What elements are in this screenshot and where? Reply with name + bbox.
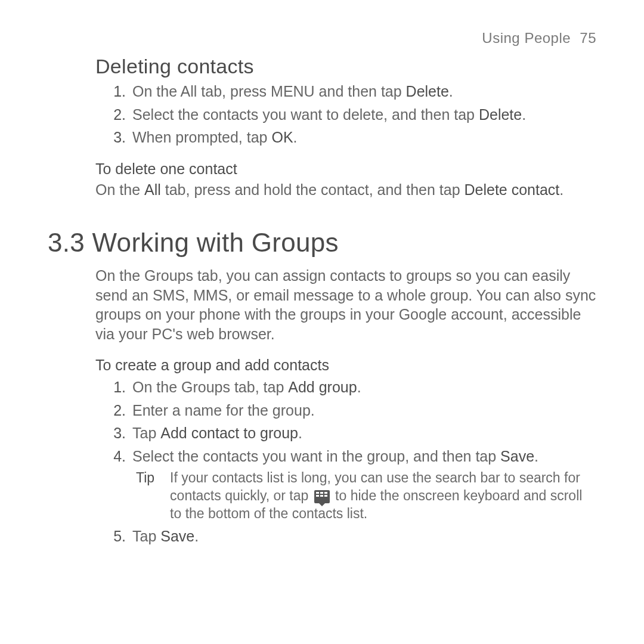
list-item: On the Groups tab, tap Add group. <box>130 377 596 397</box>
deleting-steps-list: On the All tab, press MENU and then tap … <box>95 82 596 147</box>
tip-block: Tip If your contacts list is long, you c… <box>136 469 596 523</box>
list-item: When prompted, tap OK. <box>130 128 596 147</box>
step-bold: Add contact to group <box>160 425 298 441</box>
deleting-section: Deleting contacts On the All tab, press … <box>95 55 596 199</box>
document-page: Using People 75 Deleting contacts On the… <box>0 0 644 644</box>
step-text: On the Groups tab, tap <box>132 379 288 395</box>
body-bold: Delete contact <box>465 181 560 198</box>
step-text: On the All tab, press MENU and then tap <box>132 83 406 100</box>
step-text: Enter a name for the group. <box>132 402 315 419</box>
step-text: . <box>357 379 361 395</box>
step-bold: OK <box>271 129 293 145</box>
step-bold: Save <box>500 448 534 465</box>
step-text: Tap <box>132 528 160 544</box>
heading-working-with-groups: 3.3 Working with Groups <box>48 228 596 258</box>
list-item: Tap Save. <box>130 527 596 546</box>
heading-create-group: To create a group and add contacts <box>95 357 596 374</box>
heading-deleting-contacts: Deleting contacts <box>95 55 596 78</box>
step-text: . <box>522 106 526 123</box>
step-text: . <box>298 425 302 441</box>
step-text: . <box>194 528 199 544</box>
step-text: When prompted, tap <box>132 129 271 145</box>
list-item: Tap Add contact to group. <box>130 423 596 443</box>
step-bold: Delete <box>406 83 449 100</box>
step-text: . <box>534 448 538 465</box>
section-name: Using People <box>482 30 571 46</box>
list-item: On the All tab, press MENU and then tap … <box>130 82 596 101</box>
delete-one-contact-body: On the All tab, press and hold the conta… <box>95 180 596 200</box>
body-text: tab, press and hold the contact, and the… <box>161 181 465 198</box>
step-bold: Add group <box>288 379 357 395</box>
step-text: . <box>449 83 453 100</box>
step-text: . <box>293 129 298 145</box>
list-item: Select the contacts you want in the grou… <box>130 447 596 523</box>
body-bold: All <box>144 181 161 198</box>
body-text: . <box>559 181 564 198</box>
groups-section: On the Groups tab, you can assign contac… <box>95 266 596 546</box>
tip-label: Tip <box>136 469 154 523</box>
step-text: Select the contacts you want to delete, … <box>132 106 479 123</box>
tip-body: If your contacts list is long, you can u… <box>170 469 596 523</box>
step-text: Select the contacts you want in the grou… <box>132 448 500 465</box>
page-number: 75 <box>580 30 596 46</box>
list-item: Select the contacts you want to delete, … <box>130 105 596 125</box>
body-text: On the <box>95 181 144 198</box>
list-item: Enter a name for the group. <box>130 401 596 420</box>
step-bold: Delete <box>479 106 522 123</box>
keyboard-hide-icon <box>314 490 330 503</box>
step-text: Tap <box>132 425 160 441</box>
groups-intro: On the Groups tab, you can assign contac… <box>95 266 596 343</box>
heading-delete-one-contact: To delete one contact <box>95 160 596 178</box>
groups-steps-list: On the Groups tab, tap Add group. Enter … <box>95 377 596 546</box>
step-bold: Save <box>160 528 194 544</box>
running-header: Using People 75 <box>48 30 596 47</box>
